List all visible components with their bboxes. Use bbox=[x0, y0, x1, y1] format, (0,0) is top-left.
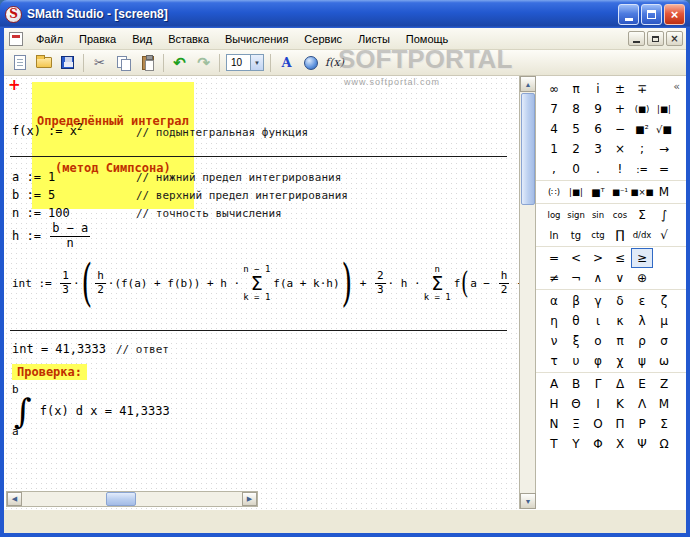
scroll-up-button[interactable]: ▲ bbox=[520, 76, 536, 92]
palette-button[interactable]: Ψ bbox=[631, 434, 653, 454]
palette-button[interactable]: ! bbox=[609, 159, 631, 179]
palette-button[interactable]: ■⁻¹ bbox=[609, 182, 631, 202]
palette-button[interactable]: Μ bbox=[653, 394, 675, 414]
palette-button[interactable]: ; bbox=[631, 139, 653, 159]
palette-button[interactable]: ε bbox=[631, 291, 653, 311]
region-a-definition[interactable]: a := 1 bbox=[12, 170, 55, 184]
comment-a[interactable]: // нижний предел интегрирования bbox=[136, 171, 341, 184]
palette-button[interactable]: η bbox=[543, 311, 565, 331]
palette-button[interactable]: 5 bbox=[565, 119, 587, 139]
palette-button[interactable]: > bbox=[587, 248, 609, 268]
palette-button[interactable]: (■) bbox=[631, 99, 653, 119]
palette-button[interactable]: α bbox=[543, 291, 565, 311]
palette-button[interactable]: σ bbox=[653, 331, 675, 351]
menu-item-file[interactable]: Файл bbox=[28, 30, 71, 48]
scroll-down-button[interactable]: ▼ bbox=[520, 493, 536, 509]
region-integral-check[interactable]: b ∫ a f(x) d x = 41,3333 bbox=[12, 384, 170, 437]
menu-item-service[interactable]: Сервис bbox=[296, 30, 350, 48]
palette-button[interactable]: δ bbox=[609, 291, 631, 311]
palette-button[interactable]: Ν bbox=[543, 414, 565, 434]
palette-button[interactable]: Ε bbox=[631, 374, 653, 394]
palette-button[interactable]: Α bbox=[543, 374, 565, 394]
minimize-button[interactable] bbox=[618, 4, 639, 25]
palette-button[interactable]: 4 bbox=[543, 119, 565, 139]
region-f-definition[interactable]: f(x) := x2 bbox=[12, 124, 82, 138]
palette-button[interactable]: Χ bbox=[609, 434, 631, 454]
palette-button[interactable]: cos bbox=[609, 205, 631, 225]
palette-button[interactable]: Θ bbox=[565, 394, 587, 414]
palette-button[interactable]: √■ bbox=[653, 119, 675, 139]
palette-button[interactable]: Ω bbox=[653, 434, 675, 454]
insert-function-button[interactable]: f(x) bbox=[323, 52, 346, 74]
palette-button[interactable]: Τ bbox=[543, 434, 565, 454]
palette-button[interactable]: Φ bbox=[587, 434, 609, 454]
child-minimize-button[interactable] bbox=[628, 31, 645, 46]
maximize-button[interactable] bbox=[641, 4, 662, 25]
palette-button[interactable]: ≤ bbox=[609, 248, 631, 268]
palette-button[interactable]: π bbox=[565, 79, 587, 99]
vertical-scrollbar-thumb[interactable] bbox=[521, 93, 535, 205]
region-n-definition[interactable]: n := 100 bbox=[12, 206, 70, 220]
palette-button[interactable]: ι bbox=[587, 311, 609, 331]
palette-button[interactable]: 9 bbox=[587, 99, 609, 119]
cut-button[interactable]: ✂ bbox=[88, 52, 111, 74]
palette-button[interactable]: 8 bbox=[565, 99, 587, 119]
palette-button[interactable]: π bbox=[609, 331, 631, 351]
palette-button[interactable]: λ bbox=[631, 311, 653, 331]
palette-button[interactable]: ln bbox=[543, 225, 565, 245]
palette-button[interactable]: Ρ bbox=[631, 414, 653, 434]
region-result[interactable]: int = 41,3333 bbox=[12, 342, 106, 356]
palette-button[interactable]: γ bbox=[587, 291, 609, 311]
palette-button[interactable]: Π bbox=[609, 414, 631, 434]
palette-button[interactable]: ν bbox=[543, 331, 565, 351]
horizontal-scrollbar-thumb[interactable] bbox=[106, 492, 136, 506]
palette-button[interactable]: = bbox=[543, 248, 565, 268]
palette-button[interactable]: + bbox=[609, 99, 631, 119]
palette-button[interactable]: 3 bbox=[587, 139, 609, 159]
comment-b[interactable]: // верхний предел интегрирования bbox=[136, 189, 348, 202]
undo-button[interactable]: ↶ bbox=[168, 52, 191, 74]
palette-button[interactable]: Σ bbox=[653, 414, 675, 434]
region-h-definition[interactable]: h := b − an bbox=[12, 222, 92, 251]
palette-button[interactable]: ± bbox=[609, 79, 631, 99]
scroll-left-button[interactable]: ◀ bbox=[7, 492, 22, 506]
comment-f[interactable]: // подынтегральная функция bbox=[136, 126, 308, 139]
palette-button[interactable]: Ο bbox=[587, 414, 609, 434]
palette-button[interactable]: 7 bbox=[543, 99, 565, 119]
palette-button[interactable]: ¬ bbox=[565, 268, 587, 288]
palette-button[interactable]: , bbox=[543, 159, 565, 179]
palette-button[interactable]: Υ bbox=[565, 434, 587, 454]
palette-button[interactable]: M bbox=[653, 182, 675, 202]
palette-button[interactable]: → bbox=[653, 139, 675, 159]
palette-button[interactable]: 6 bbox=[587, 119, 609, 139]
palette-button[interactable]: θ bbox=[565, 311, 587, 331]
palette-button[interactable]: sign bbox=[565, 205, 587, 225]
palette-button[interactable]: ∫ bbox=[653, 205, 675, 225]
horizontal-scrollbar-track[interactable] bbox=[22, 492, 242, 506]
palette-button[interactable]: Γ bbox=[587, 374, 609, 394]
palette-button[interactable]: χ bbox=[609, 351, 631, 371]
worksheet-canvas[interactable]: + Определённый интеграл (метод Симпсона)… bbox=[4, 76, 520, 509]
palette-button[interactable]: ∓ bbox=[631, 79, 653, 99]
open-button[interactable] bbox=[32, 52, 55, 74]
palette-button[interactable]: 1 bbox=[543, 139, 565, 159]
combo-dropdown-icon[interactable]: ▼ bbox=[250, 55, 263, 70]
menu-item-sheets[interactable]: Листы bbox=[350, 30, 398, 48]
palette-button[interactable]: − bbox=[609, 119, 631, 139]
palette-button[interactable]: κ bbox=[609, 311, 631, 331]
palette-button[interactable]: ■² bbox=[631, 119, 653, 139]
comment-result[interactable]: // ответ bbox=[116, 343, 169, 356]
palette-button[interactable]: Η bbox=[543, 394, 565, 414]
paste-button[interactable] bbox=[136, 52, 159, 74]
palette-button[interactable]: β bbox=[565, 291, 587, 311]
palette-button[interactable]: i bbox=[587, 79, 609, 99]
palette-button[interactable]: Ξ bbox=[565, 414, 587, 434]
palette-button[interactable]: ∧ bbox=[587, 268, 609, 288]
palette-button[interactable]: |■| bbox=[653, 99, 675, 119]
palette-button[interactable]: μ bbox=[653, 311, 675, 331]
palette-button[interactable]: ≠ bbox=[543, 268, 565, 288]
save-button[interactable] bbox=[56, 52, 79, 74]
title-bar[interactable]: S SMath Studio - [screen8] × bbox=[0, 0, 690, 28]
palette-button[interactable]: |■| bbox=[565, 182, 587, 202]
palette-button[interactable]: ρ bbox=[631, 331, 653, 351]
